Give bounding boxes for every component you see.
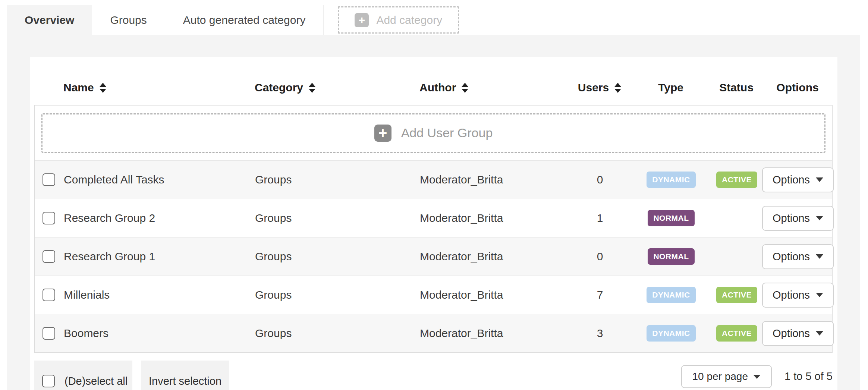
column-header-options: Options [762, 81, 833, 94]
status-badge: ACTIVE [716, 287, 757, 303]
select-all-checkbox[interactable] [42, 375, 55, 387]
column-header-category-label: Category [255, 81, 303, 94]
type-badge: NORMAL [648, 210, 694, 226]
cell-users: 1 [597, 212, 603, 224]
cell-users: 7 [597, 289, 603, 301]
type-badge: DYNAMIC [647, 325, 696, 342]
table-row: Completed All Tasks Groups Moderator_Bri… [35, 160, 832, 199]
cell-category: Groups [255, 173, 292, 186]
caret-down-icon [816, 254, 823, 259]
column-header-type-label: Type [658, 81, 683, 94]
cell-users: 0 [597, 250, 603, 263]
options-button-label: Options [773, 327, 810, 340]
sort-icon[interactable] [462, 83, 468, 93]
cell-category: Groups [255, 289, 292, 301]
tab-add-category[interactable]: + Add category [338, 6, 459, 34]
options-button-label: Options [773, 212, 810, 224]
options-button[interactable]: Options [762, 206, 834, 231]
type-badge: NORMAL [648, 248, 694, 265]
add-user-group-label: Add User Group [401, 126, 493, 140]
invert-selection-button[interactable]: Invert selection [141, 361, 229, 390]
cell-category: Groups [255, 250, 292, 263]
cell-name: Millenials [64, 289, 110, 301]
column-header-status: Status [710, 81, 762, 94]
table-row: Research Group 2 Groups Moderator_Britta… [35, 199, 832, 237]
options-button-label: Options [773, 174, 810, 186]
add-user-group-button[interactable]: + Add User Group [35, 106, 832, 160]
cell-users: 3 [597, 327, 603, 340]
column-header-category[interactable]: Category [255, 81, 419, 94]
plus-icon: + [374, 125, 391, 142]
row-checkbox[interactable] [43, 173, 55, 186]
column-header-author[interactable]: Author [419, 81, 568, 94]
cell-users: 0 [597, 173, 603, 186]
caret-down-icon [816, 216, 823, 220]
caret-down-icon [816, 177, 823, 182]
table-footer: (De)select all Invert selection 10 per p… [34, 361, 833, 390]
add-user-group-dropzone[interactable]: + Add User Group [41, 113, 825, 153]
cell-name: Boomers [64, 327, 108, 340]
table-row: Boomers Groups Moderator_Britta 3 DYNAMI… [35, 314, 832, 352]
status-badge: ACTIVE [716, 325, 757, 342]
sort-icon[interactable] [614, 83, 621, 93]
tab-auto-generated-category-label: Auto generated category [183, 14, 306, 26]
options-button[interactable]: Options [762, 167, 834, 192]
type-badge: DYNAMIC [647, 172, 696, 188]
cell-name: Research Group 1 [64, 250, 155, 263]
tab-add-category-label: Add category [376, 14, 442, 26]
column-header-options-label: Options [776, 81, 818, 94]
caret-down-icon [753, 375, 761, 379]
cell-author: Moderator_Britta [420, 173, 503, 186]
cell-category: Groups [255, 327, 292, 340]
tab-overview[interactable]: Overview [7, 5, 92, 35]
user-groups-card: Name Category Author Users Type Status O… [30, 57, 837, 390]
cell-author: Moderator_Britta [420, 212, 503, 224]
column-header-status-label: Status [719, 81, 754, 94]
cell-author: Moderator_Britta [420, 289, 503, 301]
row-checkbox[interactable] [43, 212, 55, 224]
column-header-author-label: Author [419, 81, 456, 94]
row-checkbox[interactable] [43, 289, 55, 301]
row-checkbox[interactable] [43, 327, 55, 340]
options-button-label: Options [773, 289, 810, 301]
caret-down-icon [816, 331, 823, 336]
options-button[interactable]: Options [762, 244, 834, 269]
tab-groups[interactable]: Groups [92, 5, 165, 35]
tab-overview-label: Overview [25, 14, 74, 26]
table-header: Name Category Author Users Type Status O… [34, 57, 833, 105]
user-groups-table: + Add User Group Completed All Tasks Gro… [34, 105, 833, 353]
tab-groups-label: Groups [110, 14, 147, 26]
options-button-label: Options [773, 251, 810, 263]
column-header-name[interactable]: Name [63, 81, 255, 94]
invert-selection-label: Invert selection [149, 375, 221, 387]
cell-author: Moderator_Britta [420, 250, 503, 263]
cell-author: Moderator_Britta [420, 327, 503, 340]
type-badge: DYNAMIC [647, 287, 696, 303]
caret-down-icon [816, 293, 823, 297]
status-badge: ACTIVE [716, 172, 757, 188]
tab-auto-generated-category[interactable]: Auto generated category [165, 5, 324, 35]
column-header-type: Type [631, 81, 710, 94]
cell-name: Research Group 2 [64, 212, 155, 224]
per-page-select[interactable]: 10 per page [681, 365, 772, 388]
row-checkbox[interactable] [43, 250, 55, 263]
per-page-label: 10 per page [692, 371, 748, 383]
options-button[interactable]: Options [762, 283, 834, 308]
column-header-name-label: Name [63, 81, 94, 94]
options-button[interactable]: Options [762, 321, 834, 346]
cell-category: Groups [255, 212, 292, 224]
column-header-users[interactable]: Users [568, 81, 631, 94]
tab-bar: Overview Groups Auto generated category … [7, 5, 459, 35]
results-range: 1 to 5 of 5 [784, 370, 833, 383]
deselect-all-label: (De)select all [65, 375, 128, 387]
cell-name: Completed All Tasks [64, 173, 164, 186]
deselect-all-button[interactable]: (De)select all [34, 361, 132, 390]
sort-icon[interactable] [309, 83, 315, 93]
table-row: Millenials Groups Moderator_Britta 7 DYN… [35, 276, 832, 314]
sort-icon[interactable] [100, 83, 106, 93]
plus-icon: + [355, 13, 369, 27]
column-header-users-label: Users [578, 81, 609, 94]
table-row: Research Group 1 Groups Moderator_Britta… [35, 237, 832, 276]
